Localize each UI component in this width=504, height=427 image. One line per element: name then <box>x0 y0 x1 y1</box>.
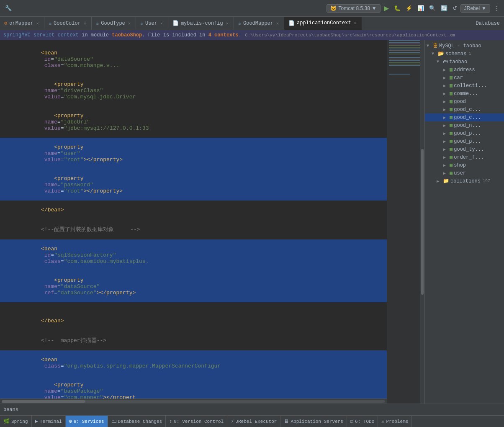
tab-mybatis-close[interactable]: ✕ <box>225 21 229 26</box>
tree-item-good-ty[interactable]: ▶ ▦ good_ty... <box>425 145 504 153</box>
tree-item-good-c1[interactable]: ▶ ▦ good_c... <box>425 105 504 113</box>
code-editor[interactable]: <bean id="dataSource" class="com.mchange… <box>0 40 387 404</box>
info-bar: springMVC servlet context in module taob… <box>0 30 504 40</box>
tab-appcontext-icon: 📄 <box>288 20 295 26</box>
tab-goodtype-close[interactable]: ✕ <box>127 21 131 26</box>
tree-item-shop[interactable]: ▶ ▦ shop <box>425 161 504 169</box>
tree-item-good-n[interactable]: ▶ ▦ good_n... <box>425 121 504 129</box>
status-jrebel-executor[interactable]: ⚡ JRebel Executor <box>227 416 280 427</box>
car-label: car <box>454 75 463 81</box>
tab-goodmapper[interactable]: ☕ GoodMapper ✕ <box>234 17 284 30</box>
tab-goodmapper-icon: ☕ <box>238 20 241 26</box>
tree-item-good-c2[interactable]: ▶ ▦ good_c... <box>425 113 504 121</box>
collations-icon: 📁 <box>443 178 449 184</box>
tab-goodtype[interactable]: ☕ GoodType ✕ <box>92 17 136 30</box>
tree-item-order-f[interactable]: ▶ ▦ order_f... <box>425 153 504 161</box>
h-scroll-thumb[interactable] <box>2 400 85 403</box>
good-p2-label: good_p... <box>454 139 481 144</box>
tree-arrow-car: ▶ <box>443 75 448 80</box>
code-line: <bean id="dataSource" class="com.mchange… <box>0 44 387 75</box>
taobao-db-icon: 🗃 <box>443 59 448 65</box>
good-p1-label: good_p... <box>454 131 481 136</box>
tab-applicationcontext[interactable]: 📄 applicationContext ✕ <box>284 17 362 30</box>
good-c1-table-icon: ▦ <box>450 106 453 113</box>
status-terminal[interactable]: ▶ Terminal <box>32 416 66 427</box>
run-button[interactable]: ▶ <box>382 3 391 13</box>
status-services[interactable]: ⚙ 8: Services <box>66 416 108 427</box>
status-db-changes[interactable]: 🗃 Database Changes <box>108 416 166 427</box>
tree-arrow-comme: ▶ <box>443 91 448 96</box>
tabs-bar: ⚙ orMapper ✕ ☕ GoodColor ✕ ☕ GoodType ✕ … <box>0 17 504 30</box>
car-table-icon: ▦ <box>450 75 453 81</box>
tab-database-label: Database <box>476 21 500 26</box>
tree-item-good[interactable]: ▶ ▦ good <box>425 98 504 105</box>
status-spring[interactable]: 🌿 Spring <box>0 416 32 427</box>
status-version-control[interactable]: ↕ 9: Version Control <box>166 416 227 427</box>
code-area[interactable]: <bean id="dataSource" class="com.mchange… <box>0 40 387 399</box>
tree-item-mysql-root[interactable]: ▼ 🗄 MySQL - taobao <box>425 42 504 50</box>
app-servers-label: Application Servers <box>291 419 343 424</box>
tab-user-label: User <box>145 21 157 26</box>
svg-rect-13 <box>389 64 422 64</box>
tree-item-collations[interactable]: ▶ 📁 collations 197 <box>425 177 504 185</box>
debug-button[interactable]: 🐛 <box>392 4 402 12</box>
profile-button[interactable]: 📊 <box>416 4 426 12</box>
user-table-icon: ▦ <box>450 170 453 176</box>
tools-button[interactable]: 🔧 <box>3 4 13 12</box>
vc-label: 9: Version Control <box>174 419 224 424</box>
tab-goodcolor[interactable]: ☕ GoodColor ✕ <box>44 17 92 30</box>
terminal-icon: ▶ <box>35 418 38 424</box>
horizontal-scrollbar[interactable] <box>0 399 387 404</box>
status-problems[interactable]: ⚠ Problems <box>378 416 412 427</box>
tree-arrow-good: ▶ <box>443 99 448 104</box>
tab-database[interactable]: Database <box>471 17 504 30</box>
shop-table-icon: ▦ <box>450 162 453 168</box>
tree-item-comme[interactable]: ▶ ▦ comme... <box>425 90 504 98</box>
code-line: <!-- mapper扫描器--> <box>0 330 387 350</box>
beans-status-bar: beans <box>0 404 504 415</box>
tree-item-address[interactable]: ▶ ▦ address <box>425 66 504 74</box>
tree-item-car[interactable]: ▶ ▦ car <box>425 74 504 82</box>
tree-item-good-p1[interactable]: ▶ ▦ good_p... <box>425 129 504 137</box>
reload-button[interactable]: ↺ <box>451 4 459 12</box>
tab-ormapper[interactable]: ⚙ orMapper ✕ <box>0 17 44 30</box>
tree-item-schemas[interactable]: ▼ 📂 schemas 1 <box>425 50 504 58</box>
scrollbar-thumb[interactable] <box>421 149 424 294</box>
tab-goodcolor-close[interactable]: ✕ <box>83 21 87 26</box>
todo-label: 6: TODO <box>355 419 374 424</box>
tab-mybatis-config[interactable]: 📄 mybatis-config ✕ <box>168 17 234 30</box>
address-table-icon: ▦ <box>450 67 453 73</box>
tree-item-user[interactable]: ▶ ▦ user <box>425 169 504 177</box>
tab-ormapper-icon: ⚙ <box>4 20 7 26</box>
vertical-scrollbar[interactable] <box>420 40 424 404</box>
tab-user[interactable]: ☕ User ✕ <box>136 17 168 30</box>
module-label: taobaoShop <box>112 32 142 38</box>
tomcat-selector[interactable]: 🐱 Tomcat 8.5.38 ▼ <box>327 4 380 13</box>
tab-user-close[interactable]: ✕ <box>159 21 164 26</box>
minimap[interactable] <box>387 40 424 404</box>
status-app-servers[interactable]: 🖥 Application Servers <box>280 416 347 427</box>
svg-rect-14 <box>389 65 422 66</box>
tree-arrow-taobao: ▼ <box>437 59 442 64</box>
tree-item-good-p2[interactable]: ▶ ▦ good_p... <box>425 137 504 145</box>
tree-item-collecti[interactable]: ▶ ▦ collecti... <box>425 82 504 90</box>
search-everywhere-button[interactable]: 🔍 <box>427 4 437 12</box>
code-line-selected: <property name="user" value="root"></pro… <box>0 138 387 169</box>
minimap-content <box>387 40 424 404</box>
problems-icon: ⚠ <box>381 418 384 424</box>
h-scroll-track[interactable] <box>2 400 385 403</box>
update-button[interactable]: 🔄 <box>439 4 449 12</box>
jrebel-selector[interactable]: JRebel ▼ <box>460 4 490 13</box>
status-todo[interactable]: ☑ 6: TODO <box>347 416 378 427</box>
tab-ormapper-close[interactable]: ✕ <box>36 21 40 26</box>
more-actions-button[interactable]: ⋮ <box>492 4 501 12</box>
coverage-button[interactable]: ⚡ <box>404 4 414 12</box>
services-icon: ⚙ <box>69 418 72 424</box>
tab-goodmapper-close[interactable]: ✕ <box>275 21 280 26</box>
tab-appcontext-close[interactable]: ✕ <box>353 20 357 26</box>
tree-item-taobao[interactable]: ▼ 🗃 taobao <box>425 58 504 66</box>
database-tree[interactable]: ▼ 🗄 MySQL - taobao ▼ 📂 schemas 1 ▼ 🗃 tao… <box>425 40 504 404</box>
spring-icon: 🌿 <box>3 418 10 424</box>
tab-appcontext-label: applicationContext <box>297 20 351 26</box>
order-f-table-icon: ▦ <box>450 154 453 160</box>
